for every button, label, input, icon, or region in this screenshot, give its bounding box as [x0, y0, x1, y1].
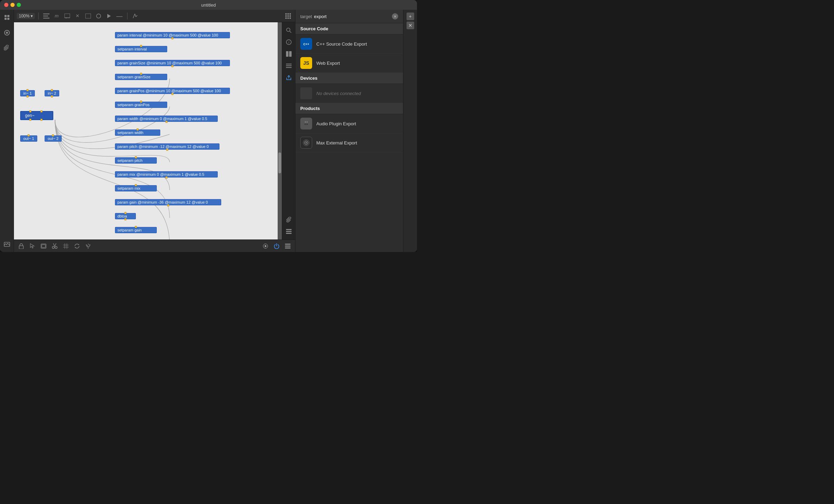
bottom-icon-cursor[interactable]: [28, 242, 37, 251]
right-sidebar: i: [282, 22, 295, 239]
port-gen-bottom1: [29, 119, 31, 121]
node-setparam-width-label: setparam width: [117, 131, 144, 135]
rs-icon-grid2[interactable]: [284, 226, 294, 237]
toolbar-icon-play-sm[interactable]: [105, 12, 113, 20]
node-setparam-width[interactable]: setparam width: [115, 129, 160, 136]
panel-close-button[interactable]: ✕: [392, 13, 398, 19]
toolbar-icon-x[interactable]: ✕: [74, 12, 82, 20]
port-param-grainpos-bottom: [171, 93, 173, 95]
node-param-pitch[interactable]: param pitch @minimum -12 @maximum 12 @va…: [115, 143, 219, 150]
node-param-gain[interactable]: param gain @minimum -36 @maximum 12 @val…: [115, 199, 221, 205]
toolbar-icon-lines[interactable]: [42, 12, 51, 20]
port-dbtoa-bottom: [124, 218, 126, 220]
node-in1[interactable]: in~ 1: [20, 90, 35, 96]
zoom-arrow: ▾: [31, 14, 33, 18]
port-in2-top: [51, 89, 53, 91]
node-gen[interactable]: gen~: [20, 111, 53, 120]
node-param-interval[interactable]: param interval @minimum 10 @maximum 500 …: [115, 32, 230, 38]
svg-rect-10: [64, 14, 70, 18]
rs-icon-columns[interactable]: [284, 49, 294, 59]
node-setparam-interval[interactable]: setparam interval: [115, 46, 167, 52]
minimize-button[interactable]: [10, 3, 15, 7]
toolbar-icon-arrow[interactable]: [131, 12, 139, 20]
node-param-mix[interactable]: param mix @minimum 0 @maximum 1 @value 0…: [115, 171, 218, 178]
bottom-toolbar: [14, 239, 295, 252]
toolbar-icon-rect[interactable]: [84, 12, 92, 20]
zoom-control[interactable]: 100% ▾: [17, 13, 35, 19]
bottom-icon-list3[interactable]: [283, 242, 292, 251]
node-setparam-gain[interactable]: setparam gain: [115, 227, 157, 233]
far-right-plus-button[interactable]: +: [407, 13, 414, 20]
canvas-scrollbar[interactable]: [278, 22, 282, 239]
bottom-icon-grid3[interactable]: [61, 242, 70, 251]
toolbar-icon-circle-outline[interactable]: [94, 12, 103, 20]
export-item-max-external[interactable]: Max External Export: [295, 133, 403, 152]
no-device-placeholder: [300, 87, 312, 99]
rs-icon-clip[interactable]: [284, 214, 294, 225]
svg-marker-14: [107, 14, 111, 18]
sidebar-icon-paperclip[interactable]: [2, 43, 12, 53]
canvas-area[interactable]: in~ 1 in~ 2 gen~: [14, 22, 278, 239]
node-dbtoa[interactable]: dbtoa: [115, 213, 136, 219]
node-param-grainpos-label: param grainPos @minimum 10 @maximum 500 …: [117, 89, 221, 93]
port-param-interval-bottom: [171, 37, 173, 39]
export-plugin-label: Audio Plugin Export: [316, 121, 356, 126]
bottom-icon-cut[interactable]: [50, 242, 59, 251]
node-param-gain-label: param gain @minimum -36 @maximum 12 @val…: [117, 200, 208, 204]
close-button[interactable]: [4, 3, 8, 7]
canvas-scrollbar-thumb[interactable]: [278, 152, 281, 173]
port-setparam-grainpos-top: [140, 101, 142, 103]
svg-rect-30: [286, 64, 292, 64]
bottom-icon-pin[interactable]: [84, 242, 93, 251]
export-max-label: Max External Export: [316, 140, 357, 145]
export-item-audio-plugin[interactable]: Audio Plugin Export: [295, 114, 403, 133]
toolbar-icon-minus[interactable]: —: [115, 12, 124, 20]
port-gen-top1: [29, 110, 31, 112]
far-right-panel: + ✕: [403, 10, 417, 252]
port-param-mix-bottom: [165, 176, 168, 179]
toolbar-icon-msg[interactable]: [63, 12, 71, 20]
node-in2[interactable]: in~ 2: [45, 90, 59, 96]
node-setparam-grainsize[interactable]: setparam grainSize: [115, 74, 167, 80]
node-param-grainsize[interactable]: param grainSize @minimum 10 @maximum 500…: [115, 60, 230, 66]
bottom-icon-power[interactable]: [272, 242, 281, 251]
svg-rect-32: [286, 67, 292, 68]
node-setparam-mix[interactable]: setparam mix: [115, 185, 157, 191]
svg-line-42: [53, 243, 55, 246]
sidebar-icon-image[interactable]: [2, 239, 12, 249]
node-dbtoa-label: dbtoa: [117, 214, 127, 218]
bottom-icon-refresh[interactable]: [72, 242, 82, 251]
node-setparam-grainpos[interactable]: setparam grainPos: [115, 102, 167, 108]
rs-icon-info[interactable]: i: [284, 37, 294, 47]
bottom-icon-play[interactable]: [261, 242, 270, 251]
rs-icon-search[interactable]: [284, 25, 294, 36]
node-param-width[interactable]: param width @minimum 0 @maximum 1 @value…: [115, 116, 218, 122]
sidebar-icon-circle[interactable]: [2, 28, 12, 38]
no-devices-label: No devices connected: [316, 91, 361, 96]
rs-icon-list[interactable]: [284, 61, 294, 71]
port-param-grainsize-bottom: [171, 65, 173, 67]
bottom-icon-lock[interactable]: [17, 242, 26, 251]
rs-icon-export[interactable]: [284, 72, 294, 83]
node-out1[interactable]: out~ 1: [20, 135, 37, 142]
bottom-icon-layers[interactable]: [39, 242, 48, 251]
node-param-grainpos[interactable]: param grainPos @minimum 10 @maximum 500 …: [115, 88, 230, 94]
export-item-web[interactable]: JS Web Export: [295, 54, 403, 73]
toolbar-icon-grid[interactable]: [284, 12, 292, 20]
svg-rect-12: [85, 14, 91, 18]
svg-rect-31: [286, 65, 292, 66]
svg-rect-34: [286, 231, 292, 232]
toolbar-icon-text[interactable]: m: [53, 12, 61, 20]
far-right-close-button[interactable]: ✕: [407, 22, 414, 29]
export-icon-cpp: C++: [300, 38, 312, 50]
bottom-right-icons: [261, 242, 292, 251]
svg-point-24: [286, 28, 290, 32]
svg-rect-7: [43, 14, 49, 14]
node-setparam-pitch[interactable]: setparam pitch: [115, 157, 157, 164]
node-setparam-grainsize-label: setparam grainSize: [117, 75, 150, 79]
node-setparam-pitch-label: setparam pitch: [117, 158, 142, 163]
maximize-button[interactable]: [17, 3, 21, 7]
node-out2[interactable]: out~ 2: [45, 135, 62, 142]
sidebar-icon-box[interactable]: [2, 13, 12, 22]
export-item-cpp[interactable]: C++ C++ Source Code Export: [295, 34, 403, 54]
